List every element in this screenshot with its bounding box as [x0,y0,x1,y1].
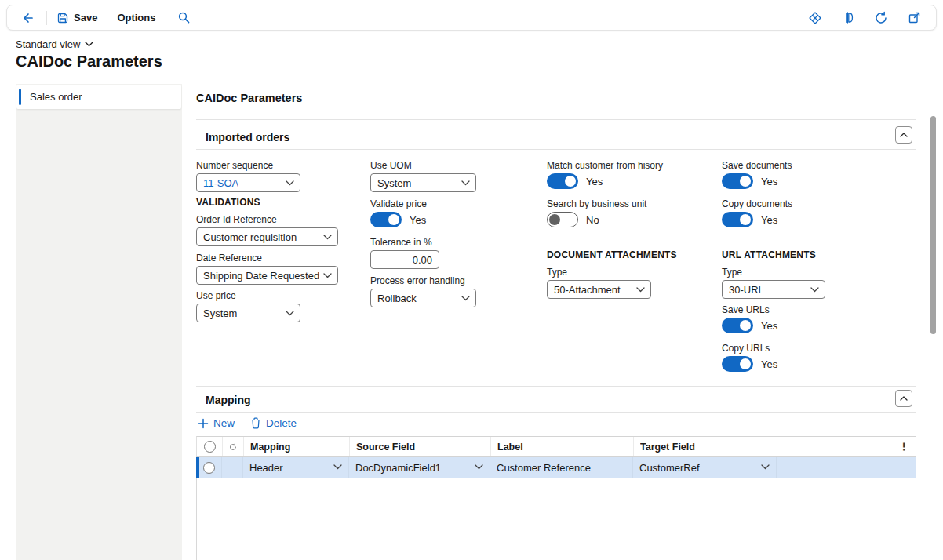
section-title-imported-orders: Imported orders [206,131,289,144]
section-title-mapping: Mapping [206,394,251,406]
number-sequence-combobox[interactable]: 11-SOA [196,173,300,192]
column-header-source-field[interactable]: Source Field [350,437,491,456]
options-menu-button[interactable]: Options [117,12,155,24]
sync-icon [229,442,237,453]
copy-documents-toggle[interactable] [722,212,753,227]
chevron-down-icon [810,287,819,293]
select-all-radio[interactable] [204,441,216,453]
match-customer-label: Match customer from hisory [547,160,663,171]
row-filler-cell [777,457,916,478]
save-urls-toggle[interactable] [722,318,753,333]
row-target-field-value: CustomerRef [639,462,700,474]
more-options-icon[interactable]: ⋮ [899,441,909,453]
order-id-reference-label: Order Id Reference [196,214,338,225]
use-price-value: System [203,307,237,319]
column-header-label[interactable]: Label [491,437,634,456]
validate-price-toggle[interactable] [370,212,402,227]
row-select-radio[interactable] [203,462,215,474]
collapse-mapping-button[interactable] [895,390,912,407]
back-button[interactable] [18,9,37,27]
view-selector-label: Standard view [16,38,80,50]
validate-price-state: Yes [410,214,426,226]
document-type-combobox[interactable]: 50-Attachment [547,280,651,299]
url-type-label: Type [722,267,825,278]
new-button[interactable]: New [198,417,235,429]
mapping-grid-body [196,478,916,560]
order-id-reference-combobox[interactable]: Customer requisition [196,227,338,246]
date-reference-value: Shipping Date Requested [203,270,319,282]
row-label-value: Customer Reference [497,462,591,474]
chevron-up-icon [900,133,908,137]
plus-icon [198,418,209,429]
row-source-field-cell[interactable]: DocDynamicField1 [349,457,490,478]
row-source-field-value: DocDynamicField1 [355,462,441,474]
row-label-cell[interactable]: Customer Reference [490,457,633,478]
copy-urls-toggle[interactable] [722,356,753,372]
delete-button[interactable]: Delete [250,417,297,429]
open-in-office-button[interactable] [839,9,857,27]
tolerance-input[interactable]: 0.00 [370,250,439,269]
collapse-imported-orders-button[interactable] [895,126,912,144]
search-icon [177,11,191,24]
use-uom-combobox[interactable]: System [370,173,476,192]
process-error-handling-label: Process error handling [370,275,476,286]
toolbar-divider [107,11,107,25]
command-bar-right [806,9,923,27]
personalize-button[interactable] [806,9,825,27]
chevron-down-icon [286,311,294,316]
column-header-target-field[interactable]: Target Field [634,437,777,456]
row-target-field-cell[interactable]: CustomerRef [633,457,777,478]
search-button[interactable] [174,9,193,27]
process-error-handling-combobox[interactable]: Rollback [370,289,476,307]
refresh-button[interactable] [872,9,890,27]
save-urls-state: Yes [761,320,777,332]
toggle-knob [388,214,399,225]
search-by-business-unit-label: Search by business unit [547,198,646,209]
number-sequence-label: Number sequence [196,160,300,171]
divider [196,386,916,387]
select-all-cell [197,437,223,456]
url-type-combobox[interactable]: 30-URL [722,280,825,299]
group-header-document-attachments: DOCUMENT ATTACHMENTS [547,249,677,260]
copy-urls-label: Copy URLs [722,343,777,354]
match-customer-toggle[interactable] [547,173,578,189]
divider [196,119,916,120]
search-by-business-unit-state: No [586,214,599,226]
use-price-combobox[interactable]: System [196,304,300,322]
row-mapping-cell[interactable]: Header [243,457,349,478]
diamond-grid-icon [808,11,822,25]
save-button[interactable]: Save [56,12,97,24]
toggle-knob [740,214,751,225]
options-label: Options [117,12,155,24]
toggle-knob [740,358,751,369]
save-documents-toggle[interactable] [722,173,753,189]
chevron-down-icon [461,296,470,301]
toggle-knob [549,214,560,225]
selected-indicator [19,89,21,105]
sidebar-item-sales-order[interactable]: Sales order [16,85,181,109]
column-header-mapping[interactable]: Mapping [244,437,350,456]
refresh-icon [874,11,888,25]
toggle-knob [740,320,751,331]
chevron-down-icon [323,235,332,240]
chevron-down-icon [475,464,483,470]
vertical-scrollbar-thumb[interactable] [930,116,936,334]
row-mapping-value: Header [249,462,283,474]
copy-documents-label: Copy documents [722,198,792,209]
save-urls-label: Save URLs [722,304,777,315]
mapping-grid-row[interactable]: Header DocDynamicField1 Customer Referen… [196,457,916,478]
date-reference-combobox[interactable]: Shipping Date Requested [196,266,338,285]
open-in-new-window-button[interactable] [905,9,923,27]
save-documents-label: Save documents [722,160,792,171]
view-selector[interactable]: Standard view [16,38,93,50]
refresh-column-header[interactable] [223,437,244,456]
dynamics-app-icon [842,11,855,24]
save-icon [56,12,69,24]
row-refresh-cell [222,457,243,478]
order-id-reference-value: Customer requisition [203,231,297,243]
validate-price-label: Validate price [370,198,427,209]
chevron-down-icon [461,180,470,186]
search-by-business-unit-toggle[interactable] [547,212,578,227]
chevron-down-icon [323,273,332,278]
date-reference-label: Date Reference [196,253,338,264]
